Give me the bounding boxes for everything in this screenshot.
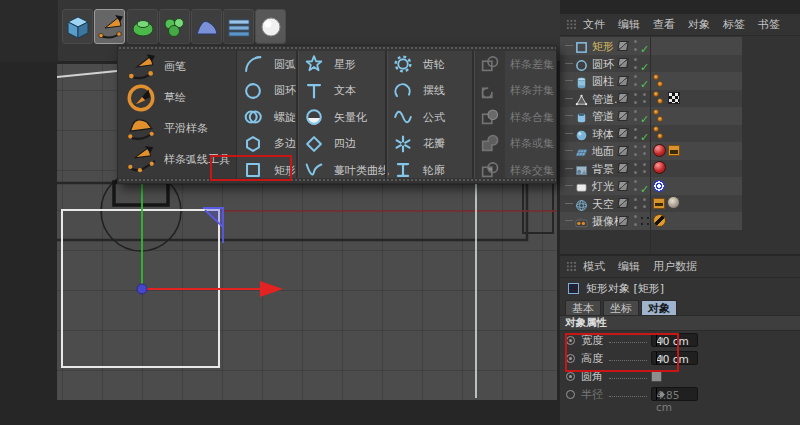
phong-tag-icon[interactable] <box>653 126 666 140</box>
object-row-background[interactable]: 背景 <box>560 160 800 178</box>
splines-basic-labels: 圆弧 圆环 螺旋 多边 矩形 <box>274 51 298 178</box>
cube-primitive-button[interactable] <box>62 9 93 44</box>
layer-chip[interactable] <box>617 76 628 86</box>
menu-item-text[interactable]: 文本 <box>299 78 387 105</box>
menu-item-pen[interactable]: 画笔 <box>118 51 236 82</box>
object-list: 矩形 圆环 圆柱 <box>560 37 800 254</box>
hdri-material-tag-icon[interactable] <box>667 196 680 209</box>
menu-item-quad[interactable]: 四边 <box>299 131 387 158</box>
menu-item-cycloid[interactable]: 摆线 <box>388 78 476 105</box>
visibility-dots[interactable] <box>634 163 637 174</box>
menu-item-spline-arc-tool[interactable]: 样条弧线工具 <box>118 144 236 175</box>
object-row-pipe[interactable]: 管道 <box>560 107 800 125</box>
enable-toggle[interactable] <box>641 217 649 225</box>
object-row-sphere[interactable]: 球体 <box>560 125 800 143</box>
spline-pen-button[interactable] <box>94 9 125 44</box>
menu-item-arc-label[interactable]: 圆弧 <box>274 51 298 78</box>
compositing-tag-icon[interactable] <box>653 198 665 209</box>
menu-item-cissoid[interactable]: 蔓叶类曲线 <box>299 157 387 184</box>
array-button[interactable] <box>223 9 254 44</box>
tab-coordinates[interactable]: 坐标 <box>603 300 639 315</box>
visibility-dots[interactable] <box>634 198 637 209</box>
am-menu-mode[interactable]: 模式 <box>583 259 605 274</box>
visibility-dots[interactable] <box>634 180 637 191</box>
menu-item-profile[interactable]: 轮廓 <box>388 157 476 184</box>
material-tag-icon[interactable] <box>653 144 666 157</box>
menu-item-polygon-label[interactable]: 多边 <box>274 131 298 158</box>
om-menu-file[interactable]: 文件 <box>583 17 605 32</box>
phong-tag-icon[interactable] <box>653 109 666 123</box>
stepper-arrows[interactable] <box>656 352 665 364</box>
compositing-tag-icon[interactable] <box>668 145 680 156</box>
om-menu-bookmarks[interactable]: 书签 <box>758 17 780 32</box>
keyframe-ring-icon[interactable] <box>566 336 575 345</box>
target-tag-icon[interactable] <box>653 180 665 192</box>
sphere-tool-button[interactable] <box>255 9 286 44</box>
layer-chip[interactable] <box>617 93 628 103</box>
menu-item-helix-label[interactable]: 螺旋 <box>274 104 298 131</box>
visibility-dots[interactable] <box>634 128 637 139</box>
menu-item-vectorize[interactable]: 矢量化 <box>299 104 387 131</box>
width-input[interactable]: 40 cm <box>651 333 698 347</box>
layer-chip[interactable] <box>617 41 628 51</box>
texture-tag-icon[interactable] <box>668 92 680 104</box>
menu-item-star[interactable]: 星形 <box>299 51 387 78</box>
om-menu-view[interactable]: 查看 <box>653 17 675 32</box>
object-row-camera[interactable]: 摄像机 <box>560 212 800 230</box>
phong-tag-icon[interactable] <box>653 91 666 105</box>
object-row-circle[interactable]: 圆环 <box>560 55 800 73</box>
spline-pen-icon <box>96 13 124 41</box>
visibility-dots[interactable] <box>634 215 637 226</box>
rounding-checkbox[interactable] <box>651 371 662 382</box>
menu-item-sketch[interactable]: 草绘 <box>118 82 236 113</box>
om-menu-tags[interactable]: 标签 <box>723 17 745 32</box>
visibility-dots[interactable] <box>634 110 637 121</box>
om-menu-edit[interactable]: 编辑 <box>618 17 640 32</box>
menu-item-flower[interactable]: 花瓣 <box>388 131 476 158</box>
menu-item-rectangle-label[interactable]: 矩形 <box>274 157 298 184</box>
panel-grip-icon[interactable] <box>566 261 577 272</box>
visibility-dots[interactable] <box>634 75 637 86</box>
keyframe-ring-icon[interactable] <box>566 354 575 363</box>
height-input[interactable]: 40 cm <box>651 351 698 365</box>
object-origin-point[interactable] <box>137 284 147 294</box>
object-row-floor[interactable]: 地面 <box>560 142 800 160</box>
object-row-pipe1[interactable]: 管道.1 <box>560 90 800 108</box>
protection-tag-icon[interactable] <box>653 214 666 227</box>
menu-item-gear[interactable]: 齿轮 <box>388 51 476 78</box>
visibility-dots[interactable] <box>634 58 637 69</box>
layer-chip[interactable] <box>617 128 628 138</box>
phong-tag-icon[interactable] <box>653 74 666 88</box>
stepper-arrows[interactable] <box>656 334 665 346</box>
keyframe-ring-icon[interactable] <box>566 372 575 381</box>
layer-chip[interactable] <box>617 111 628 121</box>
menu-item-formula[interactable]: 公式 <box>388 104 476 131</box>
object-row-light[interactable]: 灯光 <box>560 177 800 195</box>
object-row-rectangle[interactable]: 矩形 <box>560 37 800 55</box>
menu-item-smooth-spline[interactable]: 平滑样条 <box>118 113 236 144</box>
layer-chip[interactable] <box>617 198 628 208</box>
layer-chip[interactable] <box>617 163 628 173</box>
layer-chip[interactable] <box>617 146 628 156</box>
am-menu-userdata[interactable]: 用户数据 <box>653 259 697 274</box>
object-row-sky[interactable]: 天空 <box>560 195 800 213</box>
generator-button[interactable] <box>127 9 158 44</box>
tab-object[interactable]: 对象 <box>641 300 677 315</box>
x-axis-arrowhead[interactable] <box>260 281 283 297</box>
deformer-button[interactable] <box>191 9 222 44</box>
tab-basic[interactable]: 基本 <box>565 300 601 315</box>
om-menu-object[interactable]: 对象 <box>688 17 710 32</box>
visibility-dots[interactable] <box>634 145 637 156</box>
object-row-cylinder[interactable]: 圆柱 <box>560 72 800 90</box>
layer-chip[interactable] <box>617 58 628 68</box>
layer-chip[interactable] <box>617 181 628 191</box>
visibility-dots[interactable] <box>634 93 637 104</box>
object-properties-section-header: 对象属性 <box>560 316 800 331</box>
visibility-dots[interactable] <box>634 40 637 51</box>
layer-chip[interactable] <box>617 216 628 226</box>
menu-item-circle-label[interactable]: 圆环 <box>274 78 298 105</box>
panel-grip-icon[interactable] <box>566 19 577 30</box>
modeling-button[interactable] <box>159 9 190 44</box>
material-tag-icon[interactable] <box>653 161 666 174</box>
am-menu-edit[interactable]: 编辑 <box>618 259 640 274</box>
